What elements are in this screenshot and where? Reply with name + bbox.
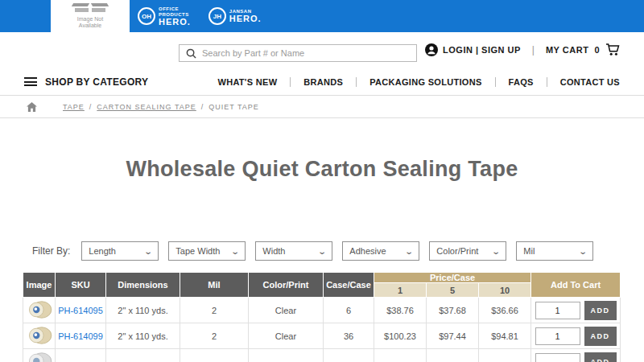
breadcrumb-link-carton-sealing-tape[interactable]: CARTON SEALING TAPE (97, 103, 196, 111)
col-header-sku: SKU (56, 273, 106, 298)
nav-item-contact-us[interactable]: CONTACT US (547, 77, 620, 87)
add-to-cart-button[interactable]: ADD (584, 301, 617, 320)
nav-item-faqs[interactable]: FAQS (495, 77, 547, 87)
search-input[interactable] (202, 48, 410, 58)
price-10-cell: $94.81 (479, 323, 531, 349)
my-cart-link[interactable]: MY CART 0 (546, 43, 620, 56)
top-brand-bar: Image Not Available OH OFFICE PRODUCTS H… (0, 0, 644, 32)
case-case-cell (324, 349, 374, 362)
account-icon (425, 43, 438, 56)
breadcrumb: TAPE / CARTON SEALING TAPE / QUIET TAPE (0, 95, 644, 118)
col-header-color-print: Color/Print (249, 273, 324, 298)
tape-roll-image (25, 325, 54, 346)
filter-dropdown-adhesive[interactable]: Adhesive ⌄ (342, 241, 419, 261)
table-row: PH-614099 2" x 110 yds. 2 Clear 36 $100.… (23, 323, 621, 349)
filter-mil-label: Mil (523, 246, 535, 256)
search-box[interactable] (179, 44, 417, 62)
case-case-cell: 36 (324, 323, 374, 349)
breadcrumb-link-tape[interactable]: TAPE (63, 103, 85, 111)
search-icon (186, 48, 196, 59)
filter-dropdown-color-print[interactable]: Color/Print ⌄ (429, 241, 506, 261)
price-1-cell: $38.76 (374, 298, 427, 323)
quantity-input[interactable] (535, 353, 580, 362)
breadcrumb-separator: / (89, 103, 93, 111)
col-header-dimensions: Dimensions (106, 273, 180, 298)
login-signup-label: LOGIN | SIGN UP (443, 45, 521, 55)
color-print-cell: Clear (249, 298, 324, 323)
table-row-partial: ADD (23, 349, 621, 362)
cart-label: MY CART (546, 45, 588, 55)
product-table: Image SKU Dimensions Mil Color/Print Cas… (23, 272, 621, 362)
nav-item-packaging-solutions[interactable]: PACKAGING SOLUTIONS (356, 77, 494, 87)
mil-cell (180, 349, 249, 362)
home-icon[interactable] (27, 102, 37, 112)
mil-cell: 2 (180, 323, 249, 349)
filter-dropdown-tape-width[interactable]: Tape Width ⌄ (168, 241, 246, 261)
chevron-down-icon: ⌄ (491, 247, 501, 256)
product-image-cell (23, 323, 56, 349)
chevron-down-icon: ⌄ (143, 247, 153, 256)
tape-roll-image (25, 299, 54, 320)
price-tier-1: 1 (374, 283, 427, 298)
shop-by-category-label: SHOP BY CATEGORY (45, 76, 148, 88)
chevron-down-icon: ⌄ (404, 247, 414, 256)
price-5-cell: $37.68 (427, 298, 479, 323)
color-print-cell (249, 349, 324, 362)
nav-item-brands[interactable]: BRANDS (290, 77, 356, 87)
logo-placeholder-line2: Available (79, 23, 101, 29)
filter-adhesive-label: Adhesive (349, 246, 386, 256)
login-signup-link[interactable]: LOGIN | SIGN UP (425, 43, 521, 56)
filter-dropdown-mil[interactable]: Mil ⌄ (516, 241, 593, 261)
cart-count: 0 (594, 45, 600, 55)
chevron-down-icon: ⌄ (317, 247, 327, 256)
quantity-input[interactable] (535, 327, 580, 345)
filter-color-print-label: Color/Print (436, 246, 478, 256)
filter-width-label: Width (262, 246, 285, 256)
price-1-cell: $100.23 (374, 323, 427, 349)
filter-length-label: Length (89, 246, 116, 256)
hamburger-icon (24, 77, 37, 86)
add-to-cart-button[interactable]: ADD (584, 352, 617, 362)
filter-bar: Filter By: Length ⌄ Tape Width ⌄ Width ⌄… (32, 241, 644, 261)
filter-dropdown-width[interactable]: Width ⌄ (255, 241, 332, 261)
price-5-cell: $97.44 (427, 323, 479, 349)
price-10-cell: $36.66 (479, 298, 531, 323)
office-products-hero-logo[interactable]: OH OFFICE PRODUCTS HERO. (138, 6, 191, 27)
nav-item-whats-new[interactable]: WHAT'S NEW (204, 77, 290, 87)
price-tier-10: 10 (479, 283, 531, 298)
header-divider: | (532, 44, 535, 56)
header-row: LOGIN | SIGN UP | MY CART 0 (0, 32, 644, 68)
breadcrumb-current: QUIET TAPE (208, 103, 259, 111)
chevron-down-icon: ⌄ (230, 247, 240, 256)
col-header-add-to-cart: Add To Cart (531, 273, 621, 298)
sku-link[interactable]: PH-614095 (58, 306, 103, 315)
quantity-input[interactable] (535, 302, 580, 319)
chevron-down-icon: ⌄ (578, 247, 588, 256)
shop-by-category-button[interactable]: SHOP BY CATEGORY (24, 76, 148, 88)
dimensions-cell: 2" x 110 yds. (106, 298, 180, 323)
col-header-image: Image (23, 273, 56, 298)
sku-link[interactable]: PH-614099 (58, 331, 103, 341)
mil-cell: 2 (180, 298, 249, 323)
box-logo-icon (72, 3, 109, 14)
price-10-cell (479, 349, 531, 362)
logo-placeholder-line1: Image Not (77, 16, 103, 23)
price-tier-5: 5 (427, 283, 479, 298)
cart-icon (605, 43, 620, 56)
dimensions-cell (106, 349, 180, 362)
breadcrumb-separator: / (201, 103, 204, 111)
price-5-cell (427, 349, 479, 362)
filter-dropdown-length[interactable]: Length ⌄ (81, 241, 159, 261)
col-header-case-case: Case/Case (324, 273, 374, 298)
filter-by-label: Filter By: (32, 245, 70, 257)
main-nav: SHOP BY CATEGORY WHAT'S NEW BRANDS PACKA… (0, 68, 644, 95)
oph-line1: OFFICE (159, 6, 179, 11)
case-case-cell: 6 (324, 298, 374, 323)
table-row: PH-614095 2" x 110 yds. 2 Clear 6 $38.76… (23, 298, 621, 323)
add-to-cart-button[interactable]: ADD (584, 327, 617, 346)
oph-hero: HERO. (159, 17, 191, 27)
jansan-hero-logo[interactable]: JH JANSAN HERO. (208, 7, 262, 25)
site-logo[interactable]: Image Not Available (51, 0, 130, 32)
color-print-cell: Clear (249, 323, 324, 349)
tape-roll-image (25, 351, 54, 362)
